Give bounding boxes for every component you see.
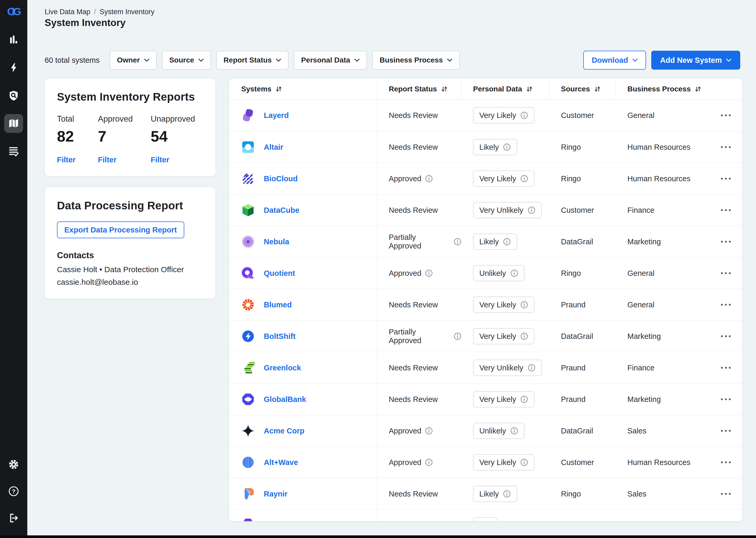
add-new-system-button[interactable]: Add New System <box>651 51 740 70</box>
filter-link-approved[interactable]: Filter <box>98 155 151 164</box>
report-status-cell: Approved <box>377 415 461 447</box>
likelihood-pill[interactable]: Very Likely <box>473 171 535 187</box>
likelihood-pill[interactable]: Very Likely <box>473 391 535 407</box>
row-menu-button[interactable] <box>718 143 734 151</box>
sort-icon <box>526 85 533 93</box>
filter-business-process[interactable]: Business Process <box>372 51 460 70</box>
likelihood-pill[interactable]: Unlikely <box>473 265 525 281</box>
sidebar-item-live-data-map[interactable] <box>4 114 23 133</box>
system-cell: Greenlock <box>229 352 377 384</box>
row-menu-button[interactable] <box>718 238 734 245</box>
likelihood-pill[interactable] <box>473 517 498 521</box>
report-status-cell: Partially Approved <box>377 226 461 257</box>
info-icon[interactable] <box>453 332 461 340</box>
column-header-sources[interactable]: Sources <box>549 79 616 100</box>
table-row <box>229 510 742 521</box>
row-menu-button[interactable] <box>718 269 734 277</box>
row-menu-button[interactable] <box>718 490 734 498</box>
system-link[interactable]: Raynir <box>264 490 287 498</box>
row-menu-button[interactable] <box>718 332 734 340</box>
download-button[interactable]: Download <box>583 51 646 70</box>
filter-link-total[interactable]: Filter <box>57 155 98 164</box>
sidebar-item-logout[interactable] <box>4 509 23 527</box>
filter-personal-data[interactable]: Personal Data <box>294 51 367 70</box>
sidebar-item-risk-monitor[interactable] <box>4 86 23 105</box>
info-icon[interactable] <box>425 175 433 183</box>
system-cell: GlobalBank <box>229 384 377 415</box>
table-row: BoltShift Partially Approved Very Likely… <box>229 320 742 352</box>
row-menu-button[interactable] <box>718 427 734 435</box>
likelihood-pill[interactable]: Very Likely <box>473 328 535 345</box>
breadcrumb-live-data-map[interactable]: Live Data Map <box>45 8 90 16</box>
report-status-cell: Needs Review <box>377 100 461 131</box>
window-bottom-edge <box>0 535 756 538</box>
likelihood-pill[interactable]: Likely <box>473 234 517 250</box>
likelihood-pill[interactable]: Very Likely <box>473 107 535 124</box>
likelihood-pill[interactable]: Very Likely <box>473 296 535 313</box>
row-menu-button[interactable] <box>718 206 734 214</box>
likelihood-pill[interactable]: Likely <box>473 486 517 502</box>
gear-icon <box>8 459 20 470</box>
sidebar-item-settings[interactable] <box>4 455 23 474</box>
stat-unapproved: Unapproved 54 Filter <box>151 114 204 164</box>
column-header-report-status[interactable]: Report Status <box>377 79 461 100</box>
filter-source[interactable]: Source <box>162 51 211 70</box>
system-link[interactable]: Nebula <box>264 238 289 246</box>
sidebar-item-analytics[interactable] <box>4 30 23 49</box>
system-link[interactable]: DataCube <box>264 206 299 215</box>
column-header-business-process[interactable]: Business Process <box>616 79 742 100</box>
system-link[interactable]: BioCloud <box>264 175 298 183</box>
info-icon <box>520 395 528 403</box>
system-link[interactable]: BoltShift <box>264 332 296 341</box>
system-link[interactable]: Altair <box>264 143 283 152</box>
row-menu-button[interactable] <box>718 175 734 183</box>
likelihood-pill[interactable]: Very Likely <box>473 454 535 470</box>
stat-total-value: 82 <box>57 128 98 145</box>
business-process-cell: General <box>616 289 709 320</box>
sidebar-item-requests[interactable] <box>4 58 23 77</box>
likelihood-pill[interactable]: Very Unlikely <box>473 360 542 376</box>
layerd-logo <box>241 108 255 122</box>
system-link[interactable]: Acme Corp <box>264 427 305 435</box>
info-icon[interactable] <box>425 269 433 277</box>
likelihood-pill[interactable]: Very Unlikely <box>473 202 542 218</box>
personal-data-cell: Very Likely <box>461 163 549 194</box>
export-data-processing-report-button[interactable]: Export Data Processing Report <box>57 221 184 238</box>
system-link[interactable]: GlobalBank <box>264 395 306 404</box>
report-status-cell <box>377 510 461 521</box>
info-icon[interactable] <box>425 427 433 435</box>
row-menu-button[interactable] <box>718 395 734 403</box>
info-icon <box>503 238 511 245</box>
nebula-logo <box>241 235 255 248</box>
likelihood-pill[interactable]: Unlikely <box>473 423 525 439</box>
system-link[interactable]: Alt+Wave <box>264 458 298 467</box>
row-menu-button[interactable] <box>718 364 734 372</box>
likelihood-pill[interactable]: Likely <box>473 139 517 155</box>
system-cell: DataCube <box>229 194 377 226</box>
column-header-systems[interactable]: Systems <box>229 79 377 100</box>
filter-link-unapproved[interactable]: Filter <box>151 155 204 164</box>
row-menu-button[interactable] <box>718 111 734 119</box>
actions-cell <box>709 478 742 510</box>
business-process-cell: Human Resources <box>616 131 709 163</box>
info-icon[interactable] <box>453 238 461 245</box>
row-menu-button[interactable] <box>718 301 734 309</box>
raynir-logo <box>241 487 255 501</box>
system-link[interactable]: Quotient <box>264 269 295 278</box>
system-cell: Layerd <box>229 100 377 131</box>
filter-group: Owner Source Report Status Personal Data… <box>110 51 460 70</box>
datagrail-logo[interactable]: D G <box>5 5 22 19</box>
info-icon[interactable] <box>425 458 433 466</box>
row-menu-button[interactable] <box>718 458 734 466</box>
toolbar: 60 total systems Owner Source Report Sta… <box>45 51 740 70</box>
sidebar-item-assessments[interactable] <box>4 142 23 161</box>
system-link[interactable]: Greenlock <box>264 363 301 372</box>
filter-owner[interactable]: Owner <box>110 51 157 70</box>
system-link[interactable]: Blumed <box>264 300 292 309</box>
help-icon: ? <box>8 485 20 497</box>
report-status-cell: Needs Review <box>377 478 461 510</box>
column-header-personal-data[interactable]: Personal Data <box>461 79 549 100</box>
filter-report-status[interactable]: Report Status <box>216 51 289 70</box>
system-link[interactable]: Layerd <box>264 111 289 120</box>
sidebar-item-help[interactable]: ? <box>4 482 23 501</box>
